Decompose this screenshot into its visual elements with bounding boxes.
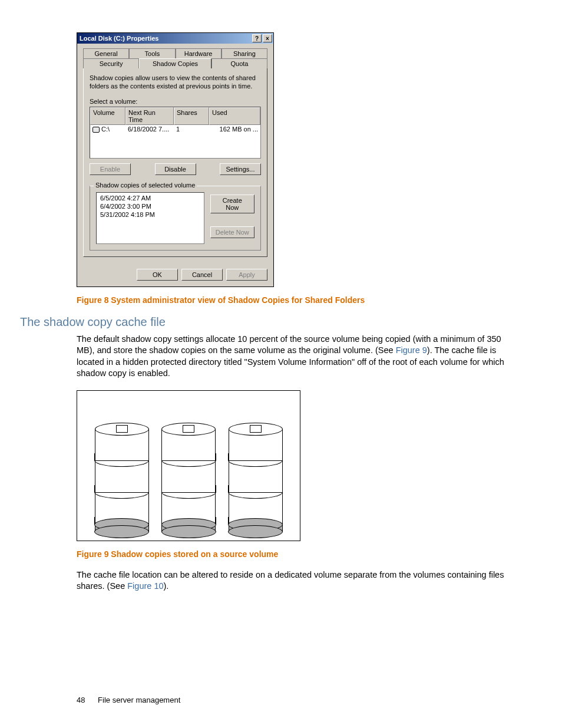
tab-hardware[interactable]: Hardware (176, 48, 222, 58)
list-header: Volume Next Run Time Shares Used (90, 107, 260, 125)
disk-icon (92, 127, 100, 133)
list-item[interactable]: 6/5/2002 4:27 AM (100, 194, 200, 202)
tab-quota[interactable]: Quota (211, 58, 267, 68)
page-footer: 48 File server management (77, 696, 180, 704)
figure-9-caption: Figure 9 Shadow copies stored on a sourc… (77, 549, 509, 559)
volume-cylinder (229, 423, 283, 532)
figure-9-link[interactable]: Figure 9 (396, 345, 427, 355)
volume-list[interactable]: Volume Next Run Time Shares Used C:\ 6/1… (90, 107, 261, 159)
help-icon[interactable]: ? (252, 34, 262, 42)
apply-button[interactable]: Apply (226, 269, 267, 281)
col-next-run-time[interactable]: Next Run Time (125, 107, 174, 125)
tab-shadow-copies[interactable]: Shadow Copies (139, 58, 211, 68)
titlebar: Local Disk (C:) Properties ? × (77, 33, 273, 44)
tab-description: Shadow copies allow users to view the co… (90, 74, 261, 91)
list-item[interactable]: 5/31/2002 4:18 PM (100, 210, 200, 219)
cell-shares: 1 (174, 125, 209, 133)
footer-section: File server management (98, 696, 180, 704)
shadow-copy-diagram (77, 390, 300, 541)
disable-button[interactable]: Disable (155, 163, 196, 175)
volume-cylinder (95, 423, 149, 532)
close-icon[interactable]: × (263, 34, 272, 42)
volume-cylinder (161, 423, 216, 532)
select-volume-label: Select a volume: (90, 98, 261, 105)
section-heading: The shadow copy cache file (20, 315, 509, 329)
col-used[interactable]: Used (209, 107, 260, 125)
tab-tools[interactable]: Tools (129, 48, 175, 58)
cell-next-run-time: 6/18/2002 7.... (125, 125, 174, 133)
enable-button[interactable]: Enable (90, 163, 131, 175)
delete-now-button[interactable]: Delete Now (210, 226, 254, 238)
paragraph-2: The cache file location can be altered t… (77, 569, 509, 592)
group-title: Shadow copies of selected volume (94, 182, 197, 189)
settings-button[interactable]: Settings... (220, 163, 261, 175)
properties-dialog: Local Disk (C:) Properties ? × General T… (77, 32, 274, 287)
ok-button[interactable]: OK (137, 269, 178, 281)
figure-10-link[interactable]: Figure 10 (127, 581, 163, 591)
tab-sharing[interactable]: Sharing (222, 48, 267, 58)
list-row[interactable]: C:\ 6/18/2002 7.... 1 162 MB on ... (90, 125, 260, 133)
col-volume[interactable]: Volume (90, 107, 125, 125)
shadow-copies-list[interactable]: 6/5/2002 4:27 AM 6/4/2002 3:00 PM 5/31/2… (96, 192, 204, 244)
tab-general[interactable]: General (83, 48, 129, 58)
window-title: Local Disk (C:) Properties (80, 35, 251, 42)
figure-8-caption: Figure 8 System administrator view of Sh… (77, 295, 509, 305)
tab-security[interactable]: Security (83, 58, 139, 68)
cancel-button[interactable]: Cancel (181, 269, 223, 281)
list-item[interactable]: 6/4/2002 3:00 PM (100, 202, 200, 210)
create-now-button[interactable]: Create Now (210, 195, 254, 213)
shadow-copies-group: Shadow copies of selected volume 6/5/200… (90, 186, 261, 251)
page-number: 48 (77, 696, 85, 704)
col-shares[interactable]: Shares (174, 107, 209, 125)
cell-volume: C:\ (101, 126, 110, 133)
cell-used: 162 MB on ... (209, 125, 260, 133)
paragraph-1: The default shadow copy settings allocat… (77, 334, 509, 380)
